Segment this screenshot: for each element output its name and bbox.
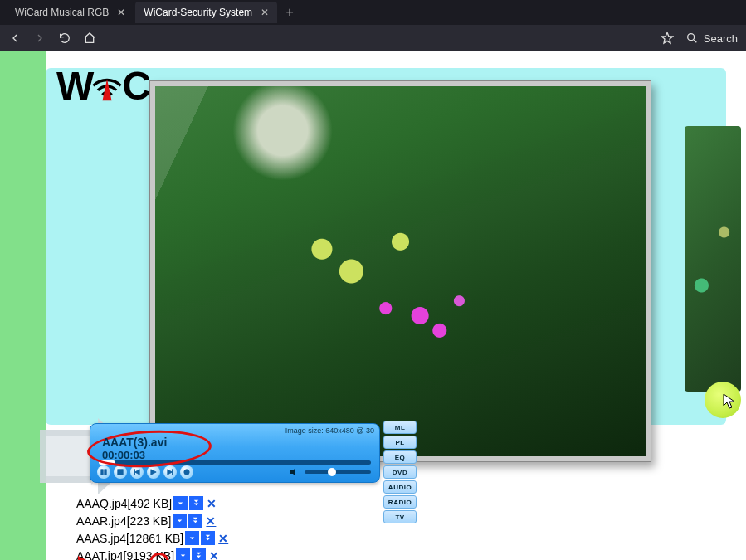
home-button[interactable] — [83, 32, 96, 45]
svg-point-12 — [184, 470, 189, 475]
video-window[interactable] — [149, 80, 651, 462]
tab-title: WiCard Musical RGB — [15, 7, 109, 18]
file-list: AAAQ.jp4[492 KB] ✕ AAAR.jp4[223 KB] ✕ AA… — [76, 494, 228, 560]
search-button[interactable]: Search — [685, 32, 738, 45]
tab-strip: WiCard Musical RGB ✕ WiCard-Security Sys… — [0, 0, 746, 25]
svg-rect-8 — [134, 470, 135, 475]
browser-toolbar: Search — [0, 25, 746, 51]
video-viewport — [155, 86, 646, 456]
browser-chrome: WiCard Musical RGB ✕ WiCard-Security Sys… — [0, 0, 746, 51]
file-row: AAAR.jp4[223 KB] ✕ — [76, 512, 228, 529]
delete-link[interactable]: ✕ — [206, 514, 216, 528]
thumbnail-preview — [685, 126, 741, 392]
mouse-cursor-icon — [723, 393, 736, 413]
page-side-strip — [0, 51, 46, 560]
now-playing-title: AAAT(3).avi — [102, 436, 167, 449]
search-label: Search — [704, 32, 738, 45]
bookmark-button[interactable] — [661, 32, 674, 45]
image-size-label: Image size: 640x480 @ 30 — [285, 426, 374, 435]
prev-button[interactable] — [130, 465, 144, 479]
volume-control[interactable] — [290, 467, 371, 477]
side-btn-pl[interactable]: PL — [383, 436, 417, 449]
side-btn-tv[interactable]: TV — [383, 510, 417, 523]
download-all-icon[interactable] — [188, 514, 202, 528]
next-button[interactable] — [163, 465, 177, 479]
download-icon[interactable] — [185, 531, 199, 545]
wifi-icon — [89, 66, 125, 112]
record-button[interactable] — [180, 465, 193, 479]
tab-title: WiCard-Security System — [144, 7, 252, 18]
download-all-icon[interactable] — [192, 548, 206, 560]
side-btn-dvd[interactable]: DVD — [383, 465, 417, 479]
stop-button[interactable] — [114, 465, 127, 479]
side-btn-eq[interactable]: EQ — [383, 450, 417, 464]
svg-point-0 — [687, 34, 694, 41]
download-all-icon[interactable] — [189, 496, 203, 510]
back-button[interactable] — [8, 32, 22, 45]
logo-letter: W — [56, 64, 92, 108]
close-icon[interactable]: ✕ — [117, 7, 125, 18]
svg-marker-10 — [168, 470, 173, 475]
file-row: AAAS.jp4[12861 KB] ✕ — [76, 529, 228, 547]
download-icon[interactable] — [176, 548, 190, 560]
file-row: AAAQ.jp4[492 KB] ✕ — [76, 494, 228, 512]
player-body[interactable]: Image size: 640x480 @ 30 AAAT(3).avi 00:… — [90, 423, 380, 483]
forward-button[interactable] — [33, 32, 46, 45]
side-btn-ml[interactable]: ML — [383, 421, 417, 434]
svg-marker-1 — [103, 79, 112, 100]
volume-track[interactable] — [305, 470, 371, 474]
file-name: AAAT.jp4[9193 KB] — [76, 549, 174, 561]
pause-button[interactable] — [97, 465, 110, 479]
play-button[interactable] — [147, 465, 160, 479]
delete-link[interactable]: ✕ — [209, 549, 219, 561]
svg-rect-4 — [101, 470, 103, 475]
delete-link[interactable]: ✕ — [218, 532, 228, 545]
tab-wicard-musical-rgb[interactable]: WiCard Musical RGB ✕ — [7, 2, 134, 23]
download-icon[interactable] — [173, 514, 187, 528]
reload-button[interactable] — [58, 32, 71, 45]
file-name: AAAS.jp4[12861 KB] — [76, 532, 183, 545]
video-frame — [155, 86, 646, 456]
logo-letter: C — [122, 64, 149, 108]
svg-marker-9 — [151, 470, 156, 475]
svg-rect-6 — [118, 470, 123, 475]
player-side-buttons: ML PL EQ DVD AUDIO RADIO TV — [383, 421, 417, 523]
wicard-logo: WC — [56, 63, 149, 112]
transport-controls — [97, 465, 193, 479]
search-icon — [685, 32, 699, 45]
tab-wicard-security-system[interactable]: WiCard-Security System ✕ — [135, 2, 277, 23]
svg-marker-7 — [135, 470, 140, 475]
side-btn-audio[interactable]: AUDIO — [383, 480, 417, 494]
playback-time: 00:00:03 — [102, 449, 145, 461]
new-tab-button[interactable]: + — [279, 2, 300, 23]
svg-rect-5 — [105, 470, 106, 475]
download-all-icon[interactable] — [201, 531, 215, 545]
side-btn-radio[interactable]: RADIO — [383, 495, 417, 509]
file-row: AAAT.jp4[9193 KB] ✕ — [76, 547, 228, 560]
media-player: Image size: 640x480 @ 30 AAAT(3).avi 00:… — [41, 423, 398, 483]
delete-link[interactable]: ✕ — [207, 497, 217, 510]
file-name: AAAR.jp4[223 KB] — [76, 514, 171, 528]
page: WC Image size: 640x480 @ 30 AAAT(3).avi … — [0, 51, 746, 560]
file-name: AAAQ.jp4[492 KB] — [76, 497, 172, 510]
download-icon[interactable] — [173, 496, 188, 510]
volume-icon — [290, 467, 300, 477]
svg-rect-11 — [172, 470, 173, 475]
volume-knob[interactable] — [328, 468, 336, 476]
close-icon[interactable]: ✕ — [261, 7, 269, 18]
